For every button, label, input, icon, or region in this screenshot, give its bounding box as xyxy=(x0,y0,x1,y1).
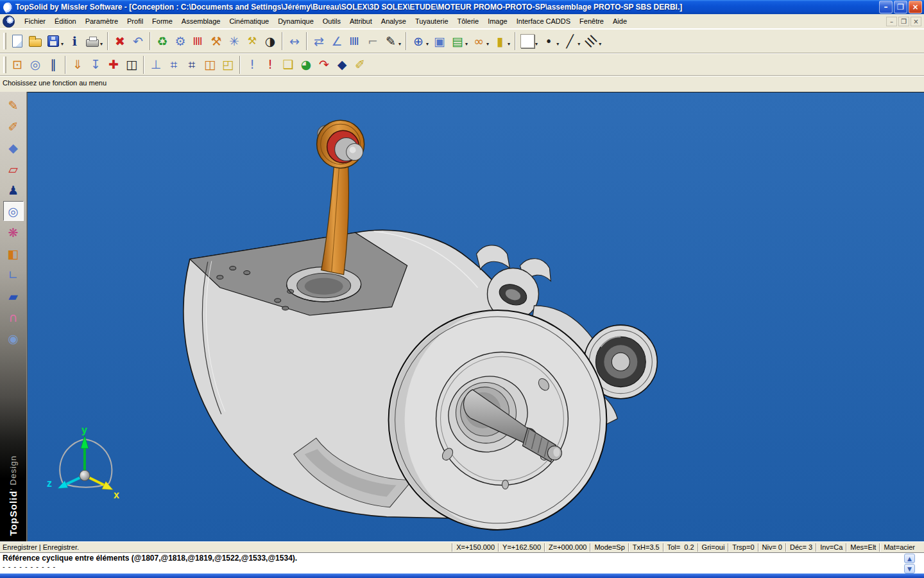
status-tol[interactable]: Tol= 0.2 xyxy=(667,543,694,551)
annotate-dropdown[interactable]: ▾ xyxy=(398,41,401,47)
menu-cinematique[interactable]: Cinématique xyxy=(225,15,273,27)
check-constraint-button[interactable]: ! xyxy=(243,56,261,74)
menu-dynamique[interactable]: Dynamique xyxy=(273,15,318,27)
status-trsp[interactable]: Trsp=0 xyxy=(732,543,754,551)
delete-button[interactable]: ✖ xyxy=(111,32,129,50)
menu-fichier[interactable]: Fichier xyxy=(20,15,50,27)
sidebar-sketch-button[interactable]: ✎ xyxy=(3,95,24,115)
edit-folder-button[interactable]: ✐ xyxy=(351,56,369,74)
sidebar-piping-button[interactable]: ∟ xyxy=(3,265,24,285)
sidebar-render-button[interactable]: ◉ xyxy=(3,328,24,348)
add-component-button[interactable]: ✚ xyxy=(105,56,123,74)
scroll-up-button[interactable]: ▲ xyxy=(904,554,915,563)
edit-element-button[interactable]: ♻ xyxy=(153,32,171,50)
status-y[interactable]: Y=+162.500 xyxy=(502,543,541,551)
status-grid[interactable]: Gri=oui xyxy=(702,543,725,551)
glasses-render-button[interactable]: ∞ xyxy=(470,32,488,50)
status-z[interactable]: Z=+000.000 xyxy=(549,543,586,551)
modify-tool-button[interactable]: ⚙ xyxy=(171,32,189,50)
cad-model-canvas[interactable]: y x z xyxy=(28,92,924,541)
line-style-button[interactable]: ╱ xyxy=(561,32,579,50)
ring-tool-button[interactable]: ◑ xyxy=(261,32,279,50)
plate-through-button[interactable]: ⌗ xyxy=(183,56,201,74)
status-x[interactable]: X=+150.000 xyxy=(456,543,495,551)
glasses-dropdown[interactable]: ▾ xyxy=(486,41,489,47)
menu-attribut[interactable]: Attribut xyxy=(345,15,377,27)
zoom-button[interactable]: ⊕ xyxy=(409,32,427,50)
include-component-button[interactable]: ⊡ xyxy=(8,56,26,74)
sidebar-attributes-button[interactable]: ❋ xyxy=(3,222,24,242)
menu-profil[interactable]: Profil xyxy=(123,15,148,27)
menu-outils[interactable]: Outils xyxy=(318,15,345,27)
hook-tool-button[interactable]: ⌐ xyxy=(364,32,382,50)
cylinder-display-button[interactable]: ▮ xyxy=(491,32,509,50)
point-style-button[interactable]: • xyxy=(540,32,558,50)
sidebar-sketch3d-button[interactable]: ✐ xyxy=(3,116,24,136)
rivet-on-surface-button[interactable]: ⊥ xyxy=(147,56,165,74)
menu-edition[interactable]: Édition xyxy=(50,15,81,27)
bolting-button[interactable]: ∥ xyxy=(44,56,62,74)
viewport-3d[interactable]: y x z xyxy=(27,92,924,541)
status-level[interactable]: Niv= 0 xyxy=(762,543,783,551)
menu-aide[interactable]: Aide xyxy=(608,15,631,27)
color-dropdown[interactable]: ▾ xyxy=(535,41,538,47)
image-view-button[interactable]: ▤ xyxy=(449,32,466,50)
scroll-down-button[interactable]: ▼ xyxy=(904,564,915,574)
pie-report-button[interactable]: ◕ xyxy=(297,56,315,74)
menu-tuyauterie[interactable]: Tuyauterie xyxy=(411,15,453,27)
parameters-sliders-button[interactable]: ≣ xyxy=(189,32,207,50)
menu-fenetre[interactable]: Fenêtre xyxy=(575,15,608,27)
status-txh[interactable]: TxH=3.5 xyxy=(633,543,660,551)
mdi-minimize-button[interactable]: – xyxy=(886,17,897,26)
menu-forme[interactable]: Forme xyxy=(148,15,177,27)
concentric-constraint-button[interactable]: ◎ xyxy=(26,56,44,74)
status-mes[interactable]: Mes=Elt xyxy=(850,543,876,551)
sidebar-piston-button[interactable]: ♟ xyxy=(3,180,24,200)
toolbar-grip[interactable] xyxy=(3,57,6,73)
point-style-dropdown[interactable]: ▾ xyxy=(556,41,559,47)
menu-analyse[interactable]: Analyse xyxy=(377,15,411,27)
fit-view-button[interactable]: ▣ xyxy=(431,32,449,50)
cylinder-dropdown[interactable]: ▾ xyxy=(508,41,510,47)
color-swatch-button[interactable] xyxy=(518,32,536,50)
menu-parametre[interactable]: Paramètre xyxy=(81,15,123,27)
plate-pin-button[interactable]: ◫ xyxy=(201,56,219,74)
menu-image[interactable]: Image xyxy=(483,15,512,27)
mdi-restore-button[interactable]: ❐ xyxy=(898,17,909,26)
renumber-button[interactable]: ↷ xyxy=(315,56,333,74)
menu-tolerie[interactable]: Tôlerie xyxy=(453,15,484,27)
menu-assemblage[interactable]: Assemblage xyxy=(177,15,225,27)
rebuild-hammer-button[interactable]: ⚒ xyxy=(207,32,225,50)
sidebar-surface-button[interactable]: ▱ xyxy=(3,159,24,179)
sidebar-solid-button[interactable]: ◆ xyxy=(3,137,24,157)
toolbar-grip[interactable] xyxy=(3,33,6,49)
dimension-sliders-button[interactable]: ≣ xyxy=(346,32,364,50)
small-hammer-button[interactable]: ⚒ xyxy=(243,32,261,50)
sidebar-plate-button[interactable]: ▰ xyxy=(3,286,24,306)
undo-button[interactable]: ↶ xyxy=(129,32,147,50)
measure-angle-button[interactable]: ∠ xyxy=(328,32,346,50)
sidebar-assembly-button[interactable]: ◎ xyxy=(3,201,24,221)
export-part-button[interactable]: ◆ xyxy=(333,56,351,74)
status-decimals[interactable]: Déc= 3 xyxy=(790,543,812,551)
restore-button[interactable]: ❐ xyxy=(894,1,907,13)
plate-assembly-button[interactable]: ⌗ xyxy=(165,56,183,74)
image-view-dropdown[interactable]: ▾ xyxy=(465,41,468,47)
document-info-button[interactable]: ℹ xyxy=(65,32,83,50)
print-dropdown[interactable]: ▾ xyxy=(100,41,103,47)
save-button[interactable] xyxy=(44,32,62,50)
hatch-style-button[interactable]: ☰ xyxy=(578,28,604,54)
folded-sheet-button[interactable]: ◰ xyxy=(219,56,237,74)
close-button[interactable]: × xyxy=(909,1,922,13)
smash-button[interactable]: ✳ xyxy=(225,32,243,50)
open-file-button[interactable] xyxy=(26,32,44,50)
new-document-button[interactable] xyxy=(8,32,26,50)
place-component-button[interactable]: ↧ xyxy=(87,56,105,74)
insert-component-button[interactable]: ⇓ xyxy=(69,56,87,74)
sidebar-sheetmetal-button[interactable]: ◧ xyxy=(3,243,24,263)
measure-arrows-button[interactable]: ⇄ xyxy=(310,32,328,50)
zoom-dropdown[interactable]: ▾ xyxy=(426,41,429,47)
frame-component-button[interactable]: ◫ xyxy=(123,56,141,74)
status-mode[interactable]: Mode=Sp xyxy=(594,543,624,551)
sidebar-mold-button[interactable]: ∩ xyxy=(3,307,24,327)
